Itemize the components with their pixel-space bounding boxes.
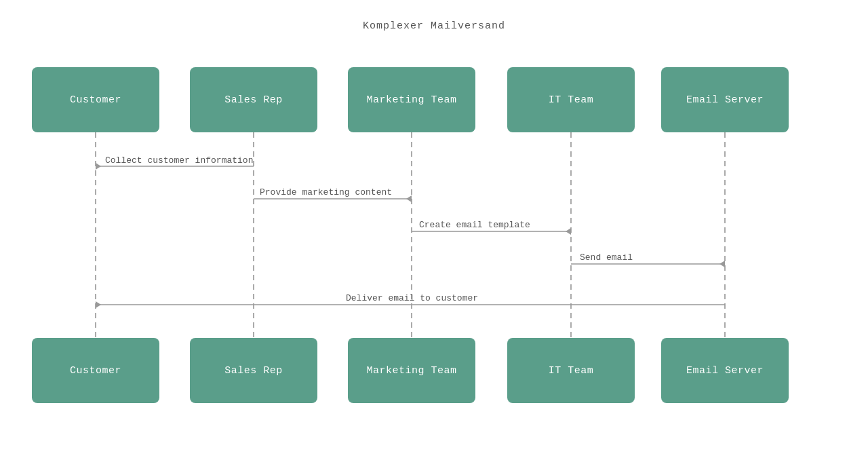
svg-marker-18 <box>96 301 101 308</box>
diagram-container: Komplexer Mailversand Collect customer i… <box>0 0 868 456</box>
actor-itteam-top: IT Team <box>507 67 635 132</box>
actor-itteam-bottom: IT Team <box>507 338 635 403</box>
diagram-title: Komplexer Mailversand <box>0 20 868 32</box>
svg-text:Send email: Send email <box>580 252 633 263</box>
actor-marketing-bottom: Marketing Team <box>348 338 475 403</box>
actor-customer-bottom: Customer <box>32 338 159 403</box>
actor-salesrep-bottom: Sales Rep <box>190 338 317 403</box>
svg-text:Deliver email to customer: Deliver email to customer <box>346 293 478 303</box>
svg-text:Collect customer information: Collect customer information <box>105 155 253 166</box>
svg-text:Provide marketing content: Provide marketing content <box>260 187 392 197</box>
svg-marker-9 <box>406 195 412 202</box>
actor-salesrep-top: Sales Rep <box>190 67 317 132</box>
actor-marketing-top: Marketing Team <box>348 67 475 132</box>
actor-emailserver-bottom: Email Server <box>661 338 789 403</box>
svg-text:Create email template: Create email template <box>419 220 530 230</box>
actor-customer-top: Customer <box>32 67 159 132</box>
svg-marker-15 <box>719 261 725 267</box>
actor-emailserver-top: Email Server <box>661 67 789 132</box>
svg-marker-12 <box>566 228 571 235</box>
svg-marker-6 <box>96 163 101 170</box>
